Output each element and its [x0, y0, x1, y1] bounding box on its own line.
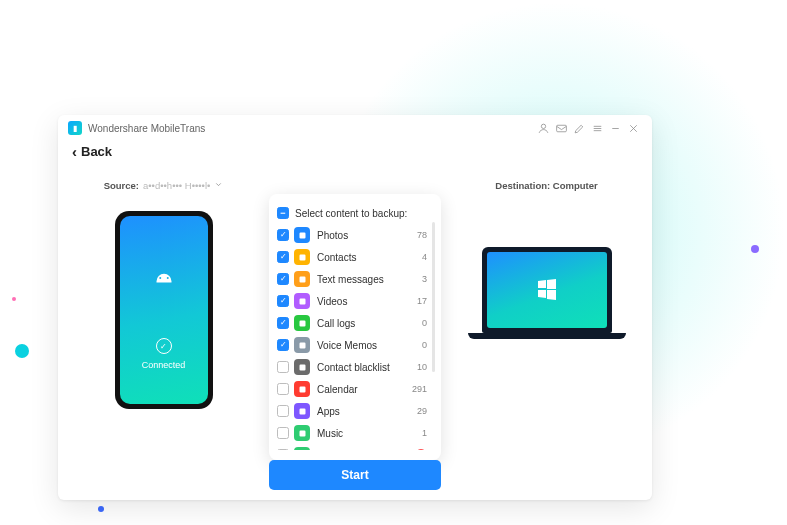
decor-dot: [15, 344, 29, 358]
warning-icon: !: [415, 449, 427, 450]
back-label: Back: [81, 144, 112, 159]
content-count: 0: [422, 340, 427, 350]
content-row[interactable]: Music1: [277, 422, 437, 444]
scrollbar[interactable]: [432, 222, 435, 372]
account-icon[interactable]: [534, 119, 552, 137]
content-label: Photos: [317, 230, 348, 241]
content-type-icon: [294, 381, 310, 397]
content-count: 10: [417, 362, 427, 372]
select-all-label: Select content to backup:: [295, 208, 407, 219]
content-count: 17: [417, 296, 427, 306]
content-row[interactable]: Contact blacklist10: [277, 356, 437, 378]
content-row[interactable]: Voice Memos0: [277, 334, 437, 356]
content-type-icon: [294, 425, 310, 441]
content-checkbox[interactable]: [277, 229, 289, 241]
content-label: Call logs: [317, 318, 355, 329]
decor-dot: [751, 245, 759, 253]
chevron-down-icon: [214, 180, 223, 191]
svg-rect-8: [299, 364, 305, 370]
content-checkbox[interactable]: [277, 339, 289, 351]
content-checkbox[interactable]: [277, 273, 289, 285]
content-row[interactable]: Contacts4: [277, 246, 437, 268]
titlebar: ▮ Wondershare MobileTrans: [58, 115, 652, 141]
content-checkbox[interactable]: [277, 295, 289, 307]
content-checkbox[interactable]: [277, 405, 289, 417]
svg-rect-11: [299, 430, 305, 436]
app-icon: ▮: [68, 121, 82, 135]
content-type-icon: [294, 447, 310, 450]
mail-icon[interactable]: [552, 119, 570, 137]
content-label: Text messages: [317, 274, 384, 285]
destination-panel: Destination: Computer: [459, 174, 634, 490]
source-status: Connected: [142, 360, 186, 370]
content-count: 3: [422, 274, 427, 284]
content-type-icon: [294, 337, 310, 353]
svg-rect-1: [556, 125, 566, 132]
content-type-icon: [294, 403, 310, 419]
content-type-icon: [294, 293, 310, 309]
content-label: Contacts: [317, 252, 356, 263]
svg-rect-9: [299, 386, 305, 392]
content-row[interactable]: Call logs0: [277, 312, 437, 334]
content-count: 4: [422, 252, 427, 262]
source-panel: Source: a••d••h••• H••••l• ✓ Connected: [76, 174, 251, 490]
windows-icon: [535, 276, 559, 304]
content-checkbox[interactable]: [277, 361, 289, 373]
content-count: 0: [422, 318, 427, 328]
window-title: Wondershare MobileTrans: [88, 123, 205, 134]
content-checkbox[interactable]: [277, 317, 289, 329]
content-row[interactable]: Videos17: [277, 290, 437, 312]
svg-rect-6: [299, 320, 305, 326]
svg-rect-7: [299, 342, 305, 348]
content-checkbox[interactable]: [277, 427, 289, 439]
content-label: Voicemail: [317, 450, 360, 451]
app-window: ▮ Wondershare MobileTrans ‹ Back Source:: [58, 115, 652, 500]
svg-rect-10: [299, 408, 305, 414]
minimize-button[interactable]: [606, 119, 624, 137]
svg-point-0: [541, 124, 545, 128]
content-row[interactable]: Photos78: [277, 224, 437, 246]
content-type-icon: [294, 359, 310, 375]
svg-rect-3: [299, 254, 305, 260]
content-type-icon: [294, 227, 310, 243]
edit-icon[interactable]: [570, 119, 588, 137]
decor-dot: [12, 297, 16, 301]
back-button[interactable]: ‹ Back: [58, 141, 652, 164]
menu-icon[interactable]: [588, 119, 606, 137]
svg-rect-2: [299, 232, 305, 238]
source-device-name: a••d••h••• H••••l•: [143, 180, 210, 191]
destination-device-illustration: [468, 247, 626, 339]
content-count: 78: [417, 230, 427, 240]
content-label: Contact blacklist: [317, 362, 390, 373]
content-label: Calendar: [317, 384, 358, 395]
content-type-icon: [294, 315, 310, 331]
content-row[interactable]: Apps29: [277, 400, 437, 422]
chevron-left-icon: ‹: [72, 143, 77, 160]
content-count: 1: [422, 428, 427, 438]
source-device-illustration: ✓ Connected: [115, 211, 213, 409]
source-label[interactable]: Source: a••d••h••• H••••l•: [104, 180, 224, 191]
svg-rect-4: [299, 276, 305, 282]
content-card: Select content to backup: Photos78Contac…: [269, 194, 441, 460]
start-button[interactable]: Start: [269, 460, 441, 490]
content-checkbox[interactable]: [277, 449, 289, 450]
content-checkbox[interactable]: [277, 383, 289, 395]
content-label: Music: [317, 428, 343, 439]
content-label: Voice Memos: [317, 340, 377, 351]
content-label: Apps: [317, 406, 340, 417]
content-type-icon: [294, 271, 310, 287]
connected-check-icon: ✓: [156, 338, 172, 354]
content-row[interactable]: Text messages3: [277, 268, 437, 290]
destination-label: Destination: Computer: [495, 180, 597, 191]
content-count: 29: [417, 406, 427, 416]
content-type-icon: [294, 249, 310, 265]
select-all-checkbox[interactable]: [277, 207, 289, 219]
close-button[interactable]: [624, 119, 642, 137]
main-area: Source: a••d••h••• H••••l• ✓ Connected D…: [58, 164, 652, 500]
content-checkbox[interactable]: [277, 251, 289, 263]
decor-dot: [98, 506, 104, 512]
svg-rect-5: [299, 298, 305, 304]
content-row[interactable]: Calendar291: [277, 378, 437, 400]
content-row[interactable]: Voicemail!: [277, 444, 437, 450]
select-all-row[interactable]: Select content to backup:: [277, 202, 437, 224]
